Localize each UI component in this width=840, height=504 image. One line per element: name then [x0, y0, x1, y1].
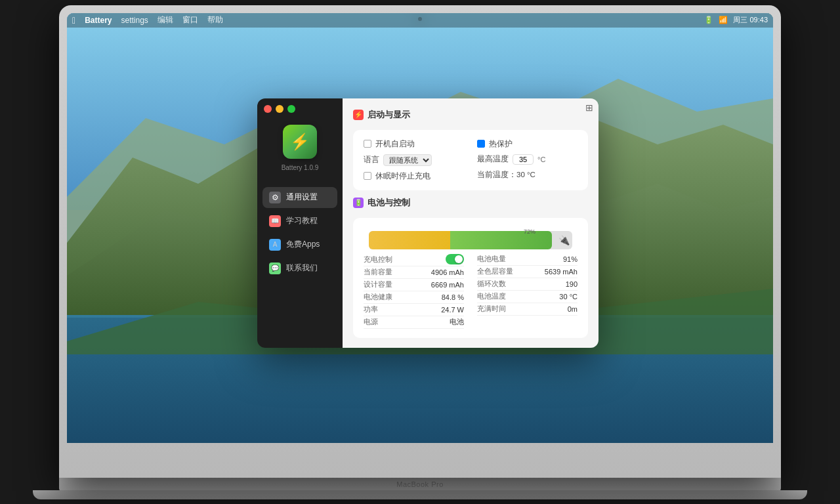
menubar:  Battery settings 编辑 窗口 帮助 🔋 📶 周三 09:43 [67, 13, 773, 28]
charge-control-label: 充电控制 [364, 255, 392, 264]
power-label: 功率 [364, 304, 378, 314]
startup-settings-panel: 开机自启动 语言 跟随系统 中文 English [353, 130, 588, 190]
max-temp-row: 最高温度 °C [477, 154, 578, 165]
battery-section-icon: 🔋 [353, 198, 364, 208]
current-capacity-label: 当前容量 [364, 267, 392, 277]
screen-bezel:  Battery settings 编辑 窗口 帮助 🔋 📶 周三 09:43 [67, 13, 773, 443]
max-temp-label: 最高温度 [477, 154, 509, 164]
health-label: 电池健康 [364, 292, 392, 302]
sidebar-item-contact[interactable]: 💬 联系我们 [262, 258, 337, 279]
menubar-datetime: 周三 09:43 [733, 15, 768, 25]
contact-icon: 💬 [269, 262, 281, 274]
full-capacity-label: 全色层容量 [477, 266, 513, 276]
current-capacity-value: 4906 mAh [431, 268, 464, 276]
grid-icon[interactable]: ⊞ [585, 102, 593, 113]
minimize-button[interactable] [276, 105, 284, 113]
tutorial-icon: 📖 [269, 215, 281, 227]
autostart-checkbox[interactable] [364, 140, 371, 148]
max-temp-input[interactable] [513, 154, 534, 165]
autostart-row: 开机自启动 [364, 139, 464, 149]
battery-level-label: 电池电量 [477, 254, 506, 264]
battery-stats-right: 电池电量 91% 全色层容量 5639 mAh 循环次数 [477, 253, 578, 329]
app-version: Battery 1.0.9 [282, 164, 319, 171]
apps-icon: A [269, 239, 281, 251]
language-select[interactable]: 跟随系统 中文 English [383, 154, 432, 166]
menu-item-window[interactable]: 窗口 [182, 14, 198, 26]
macbook-label: MacBook Pro [396, 480, 444, 488]
design-capacity-row: 设计容量 6669 mAh [364, 279, 464, 291]
design-capacity-value: 6669 mAh [431, 281, 464, 289]
menu-item-help[interactable]: 帮助 [207, 14, 223, 26]
charge-time-row: 充满时间 0m [477, 303, 578, 316]
startup-title: 启动与显示 [368, 109, 410, 121]
app-window: ⚡ Battery 1.0.9 ⚙ 通用设置 📖 学习教程 [257, 98, 598, 348]
design-capacity-label: 设计容量 [364, 280, 392, 289]
settings-icon: ⚙ [269, 192, 281, 203]
sidebar-label-contact: 联系我们 [286, 262, 318, 274]
apple-logo:  [72, 15, 75, 26]
window-controls [264, 105, 295, 113]
power-source-value: 电池 [450, 317, 464, 327]
sidebar-label-apps: 免费Apps [286, 239, 320, 250]
battery-section-header: 🔋 电池与控制 [353, 197, 588, 209]
app-icon-container: ⚡ Battery 1.0.9 [282, 125, 319, 171]
battery-temp-row: 电池温度 30 °C [477, 291, 578, 303]
sleep-charge-row: 休眠时停止充电 [364, 171, 464, 181]
autostart-label: 开机自启动 [375, 139, 415, 149]
battery-level-value: 91% [563, 255, 578, 263]
sleep-charge-label: 休眠时停止充电 [375, 171, 430, 181]
thermal-label: 热保护 [489, 139, 513, 149]
sidebar-nav: ⚙ 通用设置 📖 学习教程 A 免费Apps [257, 187, 343, 279]
menubar-right: 🔋 📶 周三 09:43 [704, 15, 768, 25]
fullscreen-button[interactable] [287, 105, 295, 113]
battery-bar: 72% 🔌 [369, 231, 572, 249]
power-row: 功率 24.7 W [364, 304, 464, 316]
thermal-checkbox[interactable] [477, 140, 485, 148]
battery-stats-grid: 充电控制 当前容量 4906 mAh [364, 253, 578, 329]
battery-level-row: 电池电量 91% [477, 253, 578, 266]
temp-unit: °C [537, 156, 545, 163]
battery-percentage-label: 72% [524, 228, 536, 235]
menu-item-edit[interactable]: 编辑 [158, 14, 173, 26]
sidebar-item-apps[interactable]: A 免费Apps [262, 234, 337, 255]
full-capacity-value: 5639 mAh [545, 268, 578, 276]
close-button[interactable] [264, 105, 272, 113]
sidebar-label-tutorial: 学习教程 [286, 215, 318, 226]
language-label: 语言 [364, 155, 379, 165]
startup-settings-grid: 开机自启动 语言 跟随系统 中文 English [364, 139, 578, 181]
sleep-charge-checkbox[interactable] [364, 172, 371, 180]
full-capacity-row: 全色层容量 5639 mAh [477, 266, 578, 278]
menu-item-file[interactable]: settings [121, 16, 148, 25]
toggle-knob [455, 255, 463, 263]
language-row: 语言 跟随系统 中文 English [364, 154, 464, 166]
cycle-label: 循环次数 [477, 279, 506, 289]
current-temp-row: 当前温度：30 °C [477, 170, 578, 180]
app-icon: ⚡ [283, 125, 317, 159]
sidebar-item-settings[interactable]: ⚙ 通用设置 [262, 187, 337, 208]
charge-control-row: 充电控制 [364, 253, 464, 266]
health-row: 电池健康 84.8 % [364, 291, 464, 304]
menubar-icon-battery: 🔋 [704, 16, 713, 24]
battery-temp-label: 电池温度 [477, 291, 506, 301]
cycle-row: 循环次数 190 [477, 278, 578, 291]
battery-fill-yellow [369, 231, 450, 249]
thermal-row: 热保护 [477, 139, 578, 149]
battery-temp-value: 30 °C [559, 293, 578, 301]
startup-section-header: ⚡ 启动与显示 [353, 109, 588, 121]
current-temp-label: 当前温度：30 °C [477, 170, 536, 180]
sidebar: ⚡ Battery 1.0.9 ⚙ 通用设置 📖 学习教程 [257, 98, 343, 348]
cycle-value: 190 [566, 280, 578, 288]
sidebar-item-tutorial[interactable]: 📖 学习教程 [262, 211, 337, 232]
health-value: 84.8 % [442, 293, 464, 301]
laptop-bottom: MacBook Pro [59, 478, 781, 491]
battery-title: 电池与控制 [368, 197, 410, 209]
laptop-screen-area:  Battery settings 编辑 窗口 帮助 🔋 📶 周三 09:43 [59, 5, 781, 478]
app-name-menu[interactable]: Battery [85, 16, 112, 25]
charge-control-toggle[interactable] [446, 254, 464, 264]
startup-icon: ⚡ [353, 110, 364, 120]
laptop-chin [33, 490, 807, 499]
menubar-icon-wifi: 📶 [719, 16, 728, 24]
current-capacity-row: 当前容量 4906 mAh [364, 266, 464, 279]
power-source-label: 电源 [364, 317, 378, 327]
power-source-row: 电源 电池 [364, 316, 464, 329]
